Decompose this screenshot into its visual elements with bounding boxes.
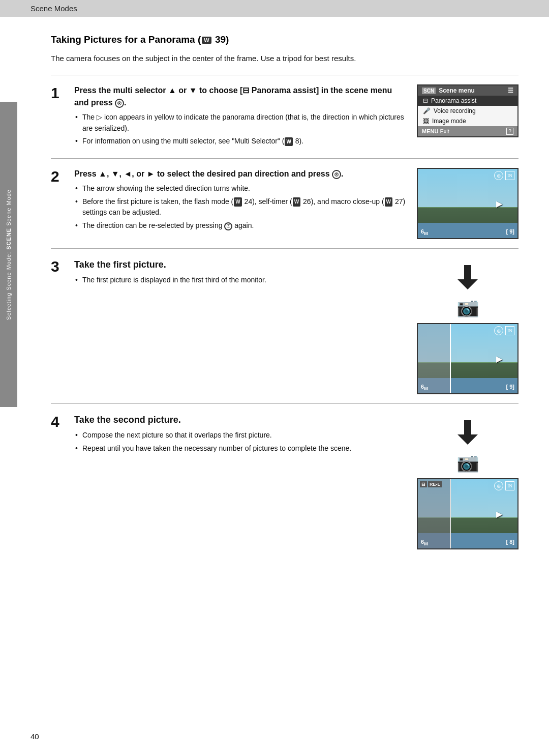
scn-badge: SCN [422,88,436,94]
preview-6m-3: 6M [421,384,428,391]
page: Scene Modes Selecting Scene Mode: SCENE … [0,0,549,756]
camera-preview-2: ⊕ IN ▶ 6M [ 9] [417,168,518,239]
camera-preview-4: ⊟ RE-L ⊕ IN ▶ 6M [ 8] [417,478,518,549]
intro-paragraph: The camera focuses on the subject in the… [51,52,518,65]
step-1-content: Press the multi selector ▲ or ▼ to choos… [74,84,407,149]
step-1-bullet-2: For information on using the multi selec… [74,136,407,147]
step-4-bullets: Compose the next picture so that it over… [74,430,407,454]
first-panel [418,324,451,393]
icon-ref-w27: W [385,197,392,207]
step-2-bullet-2: Before the first picture is taken, the f… [74,196,407,218]
step-2: 2 Press ▲, ▼, ◄, or ► to select the desi… [51,168,518,239]
divider-2 [51,158,518,159]
step-4-bullet-1: Compose the next picture so that it over… [74,430,407,441]
step-4-header: Take the second picture. [74,413,407,427]
icon-ref-W: W [202,37,211,44]
step-3-number: 3 [51,258,74,394]
camera-menu-footer: MENU Exit ? [418,126,517,136]
preview-icons-2: ⊕ IN [494,171,514,180]
step-2-header: Press ▲, ▼, ◄, or ► to select the desire… [74,168,407,180]
rel-badge: ⊟ [420,481,427,487]
camera-shutter-icon-3: 📷 [456,297,479,318]
preview-count-3: [ 9] [506,384,515,391]
preview-count-4: [ 8] [506,539,515,546]
step-2-content: Press ▲, ▼, ◄, or ► to select the desire… [74,168,407,239]
section-title: Taking Pictures for a Panorama (W 39) [51,34,518,45]
step-1-number: 1 [51,84,74,149]
divider-4 [51,403,518,404]
menu-exit-label: MENU Exit [422,128,449,134]
divider-1 [51,75,518,75]
step-1-image: SCN Scene menu ☰ ⊟ Panorama assist 🎤 Voi… [417,84,518,149]
preview-arrow-2: ▶ [496,199,502,209]
step-1-bullet-1: The ▷ icon appears in yellow to indicate… [74,112,407,134]
step-1-bullets: The ▷ icon appears in yellow to indicate… [74,112,407,147]
camera-shutter-icon-4: 📷 [456,452,479,473]
step-3-bullet-1: The first picture is displayed in the fi… [74,275,407,286]
section-page-ref: 39 [215,34,226,45]
camera-preview-3: ⊕ IN ▶ 6M [ 9] [417,323,518,394]
page-number: 40 [30,732,39,741]
step-1: 1 Press the multi selector ▲ or ▼ to cho… [51,84,518,149]
panorama-icon: ⊟ [423,97,428,104]
rel-badge-area: ⊟ RE-L [420,481,442,487]
main-content: Taking Pictures for a Panorama (W 39) Th… [20,17,549,585]
preview-bottom-3: 6M [ 9] [421,384,514,391]
step-4-image: 📷 ⊟ RE-L ⊕ IN [417,413,518,549]
preview-icon-rect-2: IN [505,171,514,180]
menu-item-image: 🖼 Image mode [418,116,517,126]
second-panel [418,479,451,548]
step-2-image: ⊕ IN ▶ 6M [ 9] [417,168,518,239]
preview-arrow-4: ▶ [496,509,502,519]
menu-item-voice: 🎤 Voice recording [418,106,517,116]
down-arrow-4 [455,420,480,445]
menu-item-panorama: ⊟ Panorama assist [418,96,517,106]
step-3-header: Take the first picture. [74,258,407,272]
step-2-bullet-3: The direction can be re-selected by pres… [74,220,407,231]
step-3: 3 Take the first picture. The first pict… [51,258,518,394]
sidebar: Selecting Scene Mode: SCENE Scene Mode [0,102,17,407]
header-label: Scene Modes [30,4,77,13]
step-1-header: Press the multi selector ▲ or ▼ to choos… [74,84,407,109]
icon-ref-w8: W [285,137,292,147]
preview-bottom-4: 6M [ 8] [421,539,514,546]
arrow-shaft-4 [464,420,471,434]
preview-bottom-2: 6M [ 9] [421,228,514,236]
preview-6m-4: 6M [421,539,428,546]
preview-count-2: [ 9] [506,228,515,236]
preview-icons-4: ⊕ IN [494,481,514,490]
preview-icon-circle-4: ⊕ [494,481,503,490]
arrow-shaft-3 [464,265,471,279]
step-4-bullet-2: Repeat until you have taken the necessar… [74,443,407,454]
city-silhouette [418,208,517,223]
step-3-bullets: The first picture is displayed in the fi… [74,275,407,286]
ok-icon-1: ® [115,99,124,108]
preview-icons-3: ⊕ IN [494,326,514,335]
preview-icon-circle-3: ⊕ [494,326,503,335]
help-icon: ? [506,128,513,135]
ok-icon-2: ® [332,170,341,179]
camera-menu-title: Scene menu [439,87,475,94]
preview-arrow-3: ▶ [496,354,502,364]
step-2-bullets: The arrow showing the selected direction… [74,183,407,231]
arrow-head-3 [458,279,478,289]
step-3-content: Take the first picture. The first pictur… [74,258,407,394]
preview-icon-rect-4: IN [505,481,514,490]
step-2-bullet-1: The arrow showing the selected direction… [74,183,407,194]
icon-ref-w26: W [293,197,300,207]
preview-icon-rect-3: IN [505,326,514,335]
rel-text: RE-L [428,481,442,487]
arrow-head-4 [458,434,478,445]
icon-ref-w24: W [234,197,241,207]
down-arrow-3 [455,265,480,289]
step-4: 4 Take the second picture. Compose the n… [51,413,518,549]
ok-icon-2b: ® [224,222,232,230]
section-title-text: Taking Pictures for a Panorama [51,34,195,45]
step-4-number: 4 [51,413,74,549]
camera-menu: SCN Scene menu ☰ ⊟ Panorama assist 🎤 Voi… [417,84,518,137]
header-bar: Scene Modes [0,0,549,17]
camera-menu-header: SCN Scene menu ☰ [418,85,517,96]
mic-icon: 🎤 [423,107,431,114]
image-icon: 🖼 [423,118,429,125]
preview-icon-circle-2: ⊕ [494,171,503,180]
